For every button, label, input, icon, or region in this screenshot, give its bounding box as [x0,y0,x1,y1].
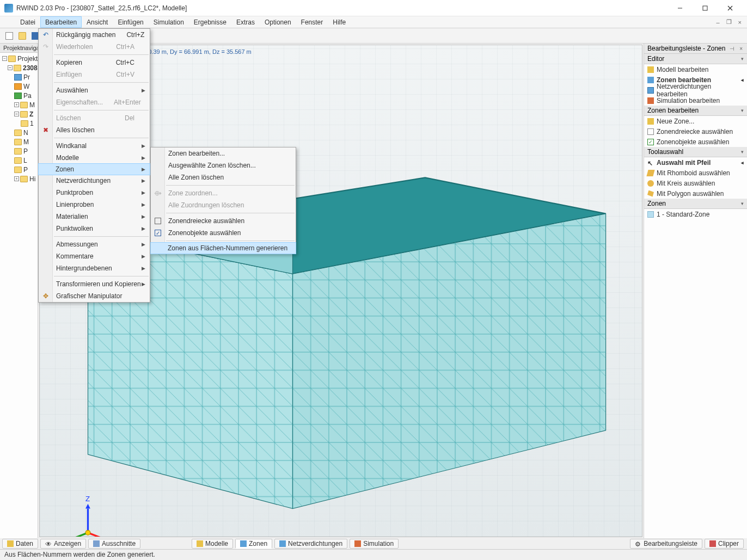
select-objects-row[interactable]: ✓Zonenobjekte auswählen [644,137,747,147]
select-triangles-row[interactable]: Zonendreiecke auswählen [644,126,747,137]
menu-ansicht[interactable]: Ansicht [82,16,113,28]
tree-p2[interactable]: P [23,166,28,174]
bottom-tabs-right: ⚙Bearbeitungsleiste Clipper [630,538,744,549]
tool-polygon-row[interactable]: Mit Polygon auswählen [644,188,747,199]
project-navigator-panel: Projektnavigator −Projektda −2308 Pr W P… [0,44,38,538]
mi-dimensions[interactable]: Abmessungen▶ [39,238,150,250]
smi-select-triangles[interactable]: Zonendreiecke auswählen [151,215,296,227]
tab-clipper[interactable]: Clipper [705,539,744,549]
mi-zones[interactable]: Zonen▶ [38,163,150,175]
mi-select[interactable]: Auswählen▶ [39,84,150,96]
tree-p1[interactable]: P [23,147,28,155]
edit-meshref-row[interactable]: Netzverdichtungen bearbeiten [644,85,747,95]
tree-pa[interactable]: Pa [23,92,32,100]
undo-icon: ↶ [41,30,50,39]
mdi-minimize-icon[interactable]: – [714,19,721,26]
tree-2308[interactable]: 2308 [23,64,38,72]
menu-fenster[interactable]: Fenster [296,16,328,28]
tree-m2[interactable]: M [23,138,29,146]
mi-comments[interactable]: Kommentare▶ [39,250,150,262]
eye-icon: 👁 [45,540,52,547]
panel-close-icon[interactable]: × [738,46,744,52]
tree-hi[interactable]: Hi [29,175,35,183]
svg-marker-11 [85,504,90,509]
tab-bearbeitungsleiste[interactable]: ⚙Bearbeitungsleiste [630,539,702,549]
tab-daten[interactable]: Daten [2,539,38,549]
tab-ausschnitte[interactable]: Ausschnitte [88,539,140,549]
menu-simulation[interactable]: Simulation [149,16,189,28]
tb-open[interactable] [16,30,28,42]
menu-optionen[interactable]: Optionen [260,16,296,28]
mi-delete[interactable]: LöschenDel [39,112,150,124]
smi-zones-edit[interactable]: Zonen bearbeiten... [151,147,296,159]
tab-zonen[interactable]: Zonen [235,539,272,549]
tree-m1[interactable]: M [29,101,35,109]
menu-ergebnisse[interactable]: Ergebnisse [189,16,231,28]
menu-extras[interactable]: Extras [231,16,260,28]
zone-list-item[interactable]: 1 - Standard-Zone [644,209,747,219]
mi-bgplanes[interactable]: Hintergrundebenen▶ [39,262,150,274]
zones-list-header[interactable]: Zonen▾ [644,199,747,209]
menu-bearbeiten[interactable]: Bearbeiten [40,16,82,28]
smi-delete-selected[interactable]: Ausgewählte Zonen löschen... [151,159,296,171]
close-button[interactable] [718,0,743,16]
smi-select-objects[interactable]: ✓Zonenobjekte auswählen [151,227,296,239]
tree-z[interactable]: Z [29,110,33,118]
tab-simulation[interactable]: Simulation [350,539,399,549]
smi-delete-assignments[interactable]: Alle Zuordnungen löschen [151,199,296,211]
mdi-close-icon[interactable]: × [736,19,744,26]
mi-meshref[interactable]: Netzverdichtungen▶ [39,175,150,187]
tab-netzverdichtungen[interactable]: Netzverdichtungen [274,539,347,549]
tool-arrow-row[interactable]: ↖Auswahl mit Pfeil◂ [644,157,747,168]
mi-materials[interactable]: Materialien▶ [39,211,150,223]
smi-delete-all-zones[interactable]: Alle Zonen löschen [151,171,296,183]
panel-pin-icon[interactable]: ⊣ [728,46,736,52]
mi-pointclouds[interactable]: Punktwolken▶ [39,223,150,235]
minimize-button[interactable] [668,0,693,16]
tree-row-item[interactable]: 1 [30,120,34,127]
redo-icon: ↷ [41,42,50,51]
mi-delete-all[interactable]: ✖Alles löschen [39,124,150,136]
tree-n[interactable]: N [23,129,28,137]
mi-manipulator[interactable]: ✥Grafischer Manipulator [39,290,150,302]
smi-assign-zone[interactable]: ⟴Zone zuordnen... [151,187,296,199]
mi-windtunnel[interactable]: Windkanal▶ [39,140,150,152]
title-bar: RWIND 2.03 Pro - [230807_Sattel_22,5.rf6… [0,0,747,16]
svg-point-16 [85,530,90,535]
tab-anzeigen[interactable]: 👁Anzeigen [40,539,86,549]
menu-einfuegen[interactable]: Einfügen [113,16,148,28]
tree-pr[interactable]: Pr [23,73,30,81]
mi-props[interactable]: Eigenschaften...Alt+Enter [39,96,150,108]
smi-generate-from-faces[interactable]: Zonen aus Flächen-Nummern generieren [150,242,296,254]
tree-root[interactable]: Projektda [17,55,38,63]
editor-section-header[interactable]: Editor▾ [644,54,747,64]
bottom-tabs-left: Daten 👁Anzeigen Ausschnitte [2,538,140,549]
edit-sim-row[interactable]: Simulation bearbeiten [644,95,747,106]
zones-edit-section-header[interactable]: Zonen bearbeiten▾ [644,106,747,116]
mi-lineprobes[interactable]: Linienproben▶ [39,199,150,211]
tool-circle-row[interactable]: Mit Kreis auswählen [644,178,747,188]
mi-pointprobes[interactable]: Punktproben▶ [39,187,150,199]
mi-copy[interactable]: KopierenCtrl+C [39,57,150,69]
mi-redo[interactable]: ↷WiederholenCtrl+A [39,41,150,53]
tree-w[interactable]: W [23,83,29,90]
mdi-restore-icon[interactable]: ❐ [724,19,734,26]
mi-models[interactable]: Modelle▶ [39,152,150,164]
tab-modelle[interactable]: Modelle [192,539,233,549]
maximize-button[interactable] [693,0,718,16]
status-bar: Aus Flächen-Nummern werden die Zonen gen… [0,549,747,560]
mi-paste[interactable]: EinfügenCtrl+V [39,69,150,81]
tree-l[interactable]: L [23,157,27,164]
menu-datei[interactable]: Datei [15,16,40,28]
edit-model-row[interactable]: Modell bearbeiten [644,64,747,75]
tb-new[interactable] [3,30,15,42]
menu-hilfe[interactable]: Hilfe [328,16,351,28]
project-navigator-header: Projektnavigator [0,44,38,53]
project-tree[interactable]: −Projektda −2308 Pr W Pa +M −Z 1 N M P L… [0,53,38,184]
mi-transform[interactable]: Transformieren und Kopieren▶ [39,278,150,290]
mi-undo[interactable]: ↶Rückgängig machenCtrl+Z [39,29,150,41]
tool-selection-header[interactable]: Toolauswahl▾ [644,147,747,157]
tool-rhomboid-row[interactable]: Mit Rhomboid auswählen [644,168,747,178]
edit-menu-dropdown: ↶Rückgängig machenCtrl+Z ↷WiederholenCtr… [38,28,150,303]
new-zone-row[interactable]: Neue Zone... [644,116,747,126]
